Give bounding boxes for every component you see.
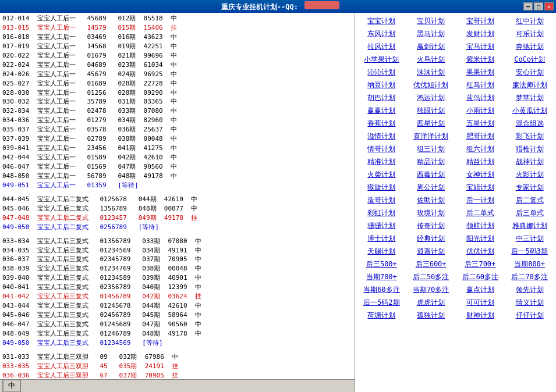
plan-link[interactable]: 赢点计划 bbox=[456, 284, 505, 296]
plan-link[interactable]: CoCo计划 bbox=[505, 54, 554, 66]
plan-link[interactable]: 后三700+ bbox=[456, 258, 505, 270]
plan-link[interactable]: 梦苹计划 bbox=[505, 92, 554, 104]
plan-link[interactable]: 仔仔计划 bbox=[505, 309, 554, 322]
plan-link[interactable]: 赢赢计划 bbox=[357, 105, 406, 117]
plan-link[interactable]: 领先计划 bbox=[505, 284, 554, 296]
plan-link[interactable]: 优优计划 bbox=[456, 245, 505, 258]
plan-link[interactable]: 五星计划 bbox=[456, 117, 505, 130]
plan-link[interactable]: 混合组选 bbox=[505, 117, 554, 130]
plan-link[interactable]: 小黄瓜计划 bbox=[505, 105, 554, 117]
plan-link[interactable]: 四星计划 bbox=[407, 117, 455, 130]
plan-link[interactable]: 西毒计划 bbox=[407, 169, 455, 181]
minimize-button[interactable]: — bbox=[523, 2, 533, 10]
plan-link[interactable]: 拉风计划 bbox=[357, 41, 406, 53]
plan-link[interactable]: 独眼计划 bbox=[407, 105, 455, 117]
plan-link[interactable]: 后二70多注 bbox=[505, 271, 554, 283]
plan-link[interactable]: 紫米计划 bbox=[456, 54, 505, 66]
plan-link[interactable]: 小雨计划 bbox=[456, 105, 505, 117]
plan-link[interactable]: 女神计划 bbox=[456, 169, 505, 181]
status-button[interactable]: 中 bbox=[2, 379, 21, 392]
plan-link[interactable]: 奔驰计划 bbox=[505, 41, 554, 53]
plan-link[interactable]: 造哥计划 bbox=[357, 194, 406, 206]
plan-link[interactable]: 发财计划 bbox=[456, 28, 505, 40]
plan-link[interactable]: 精益计划 bbox=[456, 156, 505, 168]
plan-link[interactable]: 领航计划 bbox=[456, 220, 505, 232]
close-button[interactable]: ✕ bbox=[544, 2, 554, 10]
plan-link[interactable]: 火鸟计划 bbox=[407, 54, 455, 66]
plan-link[interactable]: 经典计划 bbox=[407, 233, 455, 245]
plan-link[interactable]: 宝姐计划 bbox=[456, 181, 505, 194]
plan-link[interactable]: 天赐计划 bbox=[357, 245, 406, 258]
plan-link[interactable]: 安心计划 bbox=[505, 66, 554, 79]
plan-link[interactable]: 蓝鸟计划 bbox=[456, 92, 505, 104]
plan-link[interactable]: 当期60多注 bbox=[357, 284, 406, 296]
plan-link[interactable]: 后一5码3期 bbox=[505, 245, 554, 258]
plan-link[interactable]: 溢情计划 bbox=[357, 130, 406, 142]
plan-link[interactable]: 战神计划 bbox=[505, 156, 554, 168]
plan-link[interactable]: 中三计划 bbox=[505, 233, 554, 245]
plan-link[interactable]: 情哥计划 bbox=[357, 143, 406, 155]
plan-link[interactable]: 东风计划 bbox=[357, 28, 406, 40]
plan-link[interactable]: 廉法师计划 bbox=[505, 79, 554, 91]
plan-link[interactable]: 孤独计划 bbox=[407, 309, 455, 322]
plan-link[interactable]: 宝马计划 bbox=[456, 41, 505, 53]
plan-link[interactable]: 情义计划 bbox=[505, 297, 554, 309]
plan-link[interactable]: 猴旋计划 bbox=[357, 181, 406, 194]
plan-link[interactable]: 周公计划 bbox=[407, 181, 455, 194]
plan-link[interactable]: 专家计划 bbox=[505, 181, 554, 194]
plan-link[interactable]: 后二50多注 bbox=[407, 271, 455, 283]
plan-link[interactable]: 雅典娜计划 bbox=[505, 220, 554, 232]
plan-link[interactable]: 沁沁计划 bbox=[357, 66, 406, 79]
plan-link[interactable]: 后三500+ bbox=[357, 258, 406, 270]
plan-link[interactable]: 黑马计划 bbox=[407, 28, 455, 40]
text-list[interactable]: 012-014 宝宝人工后一 45689 012期 85518 中013-015… bbox=[0, 13, 355, 392]
plan-link[interactable]: 珊珊计划 bbox=[357, 220, 406, 232]
plan-link[interactable]: 当期700+ bbox=[357, 271, 406, 283]
plan-link[interactable]: 当期70多注 bbox=[407, 284, 455, 296]
plan-link[interactable]: 精品计划 bbox=[407, 156, 455, 168]
plan-link[interactable]: 胡巴计划 bbox=[357, 92, 406, 104]
maximize-button[interactable]: □ bbox=[534, 2, 543, 10]
plan-link[interactable]: 逍遥计划 bbox=[407, 245, 455, 258]
plan-link[interactable]: 传奇计划 bbox=[407, 220, 455, 232]
plan-link[interactable]: 宝贝计划 bbox=[407, 15, 455, 27]
plan-link[interactable]: 可乐计划 bbox=[505, 28, 554, 40]
plan-link[interactable]: 组六计划 bbox=[456, 143, 505, 155]
plan-link[interactable]: 当期800+ bbox=[505, 258, 554, 270]
plan-link[interactable]: 彩虹计划 bbox=[357, 207, 406, 219]
plan-link[interactable]: 纳豆计划 bbox=[357, 79, 406, 91]
plan-link[interactable]: 可可计划 bbox=[456, 297, 505, 309]
plan-link[interactable]: 财神计划 bbox=[456, 309, 505, 322]
plan-link[interactable]: 红马计划 bbox=[456, 79, 505, 91]
plan-link[interactable]: 博士计划 bbox=[357, 233, 406, 245]
plan-link[interactable]: 火影计划 bbox=[505, 169, 554, 181]
plan-link[interactable]: 精准计划 bbox=[357, 156, 406, 168]
plan-link[interactable]: 鸿运计划 bbox=[407, 92, 455, 104]
plan-link[interactable]: 佐助计划 bbox=[407, 194, 455, 206]
plan-link[interactable]: 小苹果计划 bbox=[357, 54, 406, 66]
plan-link[interactable]: 猎枪计划 bbox=[505, 143, 554, 155]
plan-link[interactable]: 沫沫计划 bbox=[407, 66, 455, 79]
plan-link[interactable]: 宝哥计划 bbox=[456, 15, 505, 27]
plan-link[interactable]: 玫境计划 bbox=[407, 207, 455, 219]
plan-link[interactable]: 宝宝计划 bbox=[357, 15, 406, 27]
plan-link[interactable]: 后三600+ bbox=[407, 258, 455, 270]
plan-link[interactable]: 后二复式 bbox=[505, 194, 554, 206]
plan-link[interactable]: 组三计划 bbox=[407, 143, 455, 155]
plan-link[interactable]: 后一5码2期 bbox=[357, 297, 406, 309]
plan-link[interactable]: 后三单式 bbox=[505, 207, 554, 219]
plan-link[interactable]: 阳光计划 bbox=[456, 233, 505, 245]
plan-link[interactable]: 肥哥计划 bbox=[456, 130, 505, 142]
plan-link[interactable]: 香蕉计划 bbox=[357, 117, 406, 130]
plan-link[interactable]: 彩飞计划 bbox=[505, 130, 554, 142]
plan-link[interactable]: 优优姐计划 bbox=[407, 79, 455, 91]
plan-link[interactable]: 后一计划 bbox=[456, 194, 505, 206]
plan-link[interactable]: 虎虎计划 bbox=[407, 297, 455, 309]
plan-link[interactable]: 红中计划 bbox=[505, 15, 554, 27]
plan-link[interactable]: 后二单式 bbox=[456, 207, 505, 219]
plan-link[interactable]: 果果计划 bbox=[456, 66, 505, 79]
plan-link[interactable]: 后二60多注 bbox=[456, 271, 505, 283]
plan-link[interactable]: 火柴计划 bbox=[357, 169, 406, 181]
plan-link[interactable]: 荷塘计划 bbox=[357, 309, 406, 322]
plan-link[interactable]: 喜洋洋计划 bbox=[407, 130, 455, 142]
